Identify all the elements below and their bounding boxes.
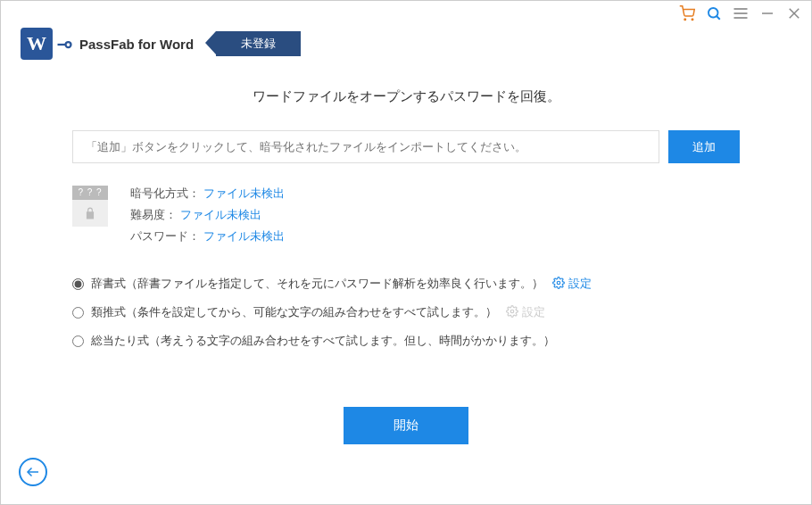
encryption-label: 暗号化方式： xyxy=(130,186,200,200)
app-title: PassFab for Word xyxy=(79,37,194,52)
gear-icon xyxy=(506,305,518,320)
svg-point-1 xyxy=(692,19,693,21)
page-title: ワードファイルをオープンするパスワードを回復。 xyxy=(72,88,740,105)
back-button[interactable] xyxy=(19,458,47,486)
start-button[interactable]: 開始 xyxy=(344,407,468,444)
file-info: ? ? ? 暗号化方式： ファイル未検出 難易度： ファイル未検出 パスワード：… xyxy=(72,186,740,244)
file-thumbnail: ? ? ? xyxy=(72,186,108,244)
difficulty-line: 難易度： ファイル未検出 xyxy=(130,207,285,223)
dictionary-settings-label: 設定 xyxy=(568,276,592,292)
method-brute-label: 総当たり式（考えうる文字の組み合わせをすべて試します。但し、時間がかかります。） xyxy=(91,333,555,349)
key-icon xyxy=(56,37,70,51)
search-icon[interactable] xyxy=(704,4,724,23)
file-path-input[interactable] xyxy=(72,130,659,163)
password-line: パスワード： ファイル未検出 xyxy=(130,228,285,244)
registration-badge[interactable]: 未登録 xyxy=(216,31,301,56)
titlebar xyxy=(1,1,811,26)
lock-icon xyxy=(72,200,108,227)
svg-point-2 xyxy=(708,8,718,18)
dictionary-settings-link[interactable]: 設定 xyxy=(552,276,592,292)
attack-methods: 辞書式（辞書ファイルを指定して、それを元にパスワード解析を効率良く行います。） … xyxy=(72,276,740,349)
method-dictionary-radio[interactable] xyxy=(72,278,84,290)
method-mask-label: 類推式（条件を設定してから、可能な文字の組み合わせをすべて試します。） xyxy=(91,304,497,320)
method-mask-radio[interactable] xyxy=(72,307,84,319)
encryption-line: 暗号化方式： ファイル未検出 xyxy=(130,186,285,202)
cart-icon[interactable] xyxy=(677,4,697,23)
header: W PassFab for Word 未登録 xyxy=(1,26,811,62)
svg-point-11 xyxy=(66,42,71,47)
difficulty-label: 難易度： xyxy=(130,208,177,221)
method-dictionary-label: 辞書式（辞書ファイルを指定して、それを元にパスワード解析を効率良く行います。） xyxy=(91,276,543,292)
thumbnail-unknown-badge: ? ? ? xyxy=(72,186,108,200)
main-content: ワードファイルをオープンするパスワードを回復。 追加 ? ? ? 暗号化方式： … xyxy=(1,62,811,444)
app-logo: W xyxy=(21,28,53,60)
svg-line-3 xyxy=(717,16,720,20)
svg-point-0 xyxy=(684,19,686,21)
method-brute[interactable]: 総当たり式（考えうる文字の組み合わせをすべて試します。但し、時間がかかります。） xyxy=(72,333,740,349)
close-icon[interactable] xyxy=(784,4,804,23)
encryption-value[interactable]: ファイル未検出 xyxy=(203,186,285,200)
password-value[interactable]: ファイル未検出 xyxy=(203,229,285,243)
method-mask[interactable]: 類推式（条件を設定してから、可能な文字の組み合わせをすべて試します。） 設定 xyxy=(72,304,740,320)
gear-icon xyxy=(552,277,565,292)
method-brute-radio[interactable] xyxy=(72,335,84,347)
difficulty-value[interactable]: ファイル未検出 xyxy=(180,208,261,221)
svg-point-12 xyxy=(557,281,560,285)
mask-settings-link[interactable]: 設定 xyxy=(506,304,545,320)
file-info-lines: 暗号化方式： ファイル未検出 難易度： ファイル未検出 パスワード： ファイル未… xyxy=(130,186,285,244)
svg-point-13 xyxy=(510,310,514,313)
minimize-icon[interactable] xyxy=(758,4,777,23)
method-dictionary[interactable]: 辞書式（辞書ファイルを指定して、それを元にパスワード解析を効率良く行います。） … xyxy=(72,276,740,292)
password-label: パスワード： xyxy=(130,229,200,243)
add-button[interactable]: 追加 xyxy=(668,130,740,163)
app-window: W PassFab for Word 未登録 ワードファイルをオープンするパスワ… xyxy=(0,0,812,505)
import-row: 追加 xyxy=(72,130,740,163)
mask-settings-label: 設定 xyxy=(522,304,545,320)
menu-icon[interactable] xyxy=(731,4,750,23)
